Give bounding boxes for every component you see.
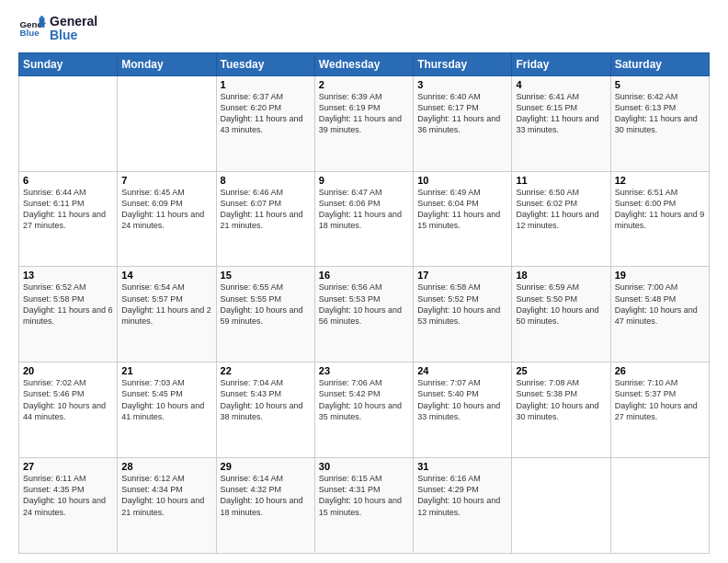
day-info: Sunrise: 7:02 AM Sunset: 5:46 PM Dayligh…	[23, 377, 113, 422]
calendar-week-row: 6Sunrise: 6:44 AM Sunset: 6:11 PM Daylig…	[19, 171, 710, 267]
day-number: 26	[615, 365, 705, 376]
svg-text:Blue: Blue	[20, 28, 40, 38]
day-info: Sunrise: 7:07 AM Sunset: 5:40 PM Dayligh…	[417, 377, 507, 422]
calendar-day-5: 5Sunrise: 6:42 AM Sunset: 6:13 PM Daylig…	[610, 75, 709, 171]
calendar-day-19: 19Sunrise: 7:00 AM Sunset: 5:48 PM Dayli…	[610, 267, 709, 362]
calendar-day-6: 6Sunrise: 6:44 AM Sunset: 6:11 PM Daylig…	[19, 171, 118, 267]
day-info: Sunrise: 6:41 AM Sunset: 6:15 PM Dayligh…	[516, 91, 606, 136]
day-info: Sunrise: 6:56 AM Sunset: 5:53 PM Dayligh…	[319, 282, 409, 327]
day-info: Sunrise: 7:10 AM Sunset: 5:37 PM Dayligh…	[615, 377, 705, 422]
day-info: Sunrise: 6:59 AM Sunset: 5:50 PM Dayligh…	[516, 282, 606, 327]
calendar-day-22: 22Sunrise: 7:04 AM Sunset: 5:43 PM Dayli…	[216, 362, 314, 458]
calendar-day-8: 8Sunrise: 6:46 AM Sunset: 6:07 PM Daylig…	[216, 171, 314, 267]
calendar-day-25: 25Sunrise: 7:08 AM Sunset: 5:38 PM Dayli…	[512, 362, 610, 458]
day-info: Sunrise: 7:00 AM Sunset: 5:48 PM Dayligh…	[615, 282, 705, 327]
day-number: 1	[221, 79, 311, 90]
calendar-empty-cell	[118, 75, 216, 171]
day-number: 13	[23, 270, 113, 281]
day-number: 18	[516, 270, 606, 281]
day-info: Sunrise: 6:14 AM Sunset: 4:32 PM Dayligh…	[221, 473, 311, 518]
calendar-day-27: 27Sunrise: 6:11 AM Sunset: 4:35 PM Dayli…	[19, 458, 118, 554]
day-info: Sunrise: 6:45 AM Sunset: 6:09 PM Dayligh…	[121, 187, 211, 232]
day-info: Sunrise: 6:44 AM Sunset: 6:11 PM Dayligh…	[23, 187, 113, 232]
day-info: Sunrise: 6:49 AM Sunset: 6:04 PM Dayligh…	[417, 187, 507, 232]
logo-general: General	[50, 15, 97, 29]
day-header-monday: Monday	[118, 52, 216, 75]
day-info: Sunrise: 6:54 AM Sunset: 5:57 PM Dayligh…	[121, 282, 211, 327]
calendar-day-12: 12Sunrise: 6:51 AM Sunset: 6:00 PM Dayli…	[610, 171, 709, 267]
calendar-empty-cell	[512, 458, 610, 554]
calendar-empty-cell	[19, 75, 118, 171]
day-number: 14	[121, 270, 211, 281]
day-number: 15	[221, 270, 311, 281]
day-number: 2	[319, 79, 409, 90]
day-number: 25	[516, 365, 606, 376]
day-number: 16	[319, 270, 409, 281]
day-info: Sunrise: 6:40 AM Sunset: 6:17 PM Dayligh…	[417, 91, 507, 136]
calendar-table: SundayMondayTuesdayWednesdayThursdayFrid…	[18, 52, 710, 554]
calendar-day-13: 13Sunrise: 6:52 AM Sunset: 5:58 PM Dayli…	[19, 267, 118, 362]
calendar-day-1: 1Sunrise: 6:37 AM Sunset: 6:20 PM Daylig…	[216, 75, 314, 171]
header: General Blue General Blue	[18, 15, 710, 43]
calendar-week-row: 1Sunrise: 6:37 AM Sunset: 6:20 PM Daylig…	[19, 75, 710, 171]
logo: General Blue General Blue	[18, 15, 97, 43]
day-number: 30	[319, 461, 409, 472]
calendar-week-row: 27Sunrise: 6:11 AM Sunset: 4:35 PM Dayli…	[19, 458, 710, 554]
day-number: 4	[516, 79, 606, 90]
calendar-day-16: 16Sunrise: 6:56 AM Sunset: 5:53 PM Dayli…	[314, 267, 413, 362]
day-number: 6	[23, 175, 113, 186]
calendar-day-2: 2Sunrise: 6:39 AM Sunset: 6:19 PM Daylig…	[314, 75, 413, 171]
day-number: 12	[615, 175, 705, 186]
calendar-week-row: 20Sunrise: 7:02 AM Sunset: 5:46 PM Dayli…	[19, 362, 710, 458]
day-info: Sunrise: 6:52 AM Sunset: 5:58 PM Dayligh…	[23, 282, 113, 327]
day-number: 10	[417, 175, 507, 186]
calendar-day-9: 9Sunrise: 6:47 AM Sunset: 6:06 PM Daylig…	[314, 171, 413, 267]
day-number: 20	[23, 365, 113, 376]
calendar-day-28: 28Sunrise: 6:12 AM Sunset: 4:34 PM Dayli…	[118, 458, 216, 554]
day-info: Sunrise: 6:37 AM Sunset: 6:20 PM Dayligh…	[221, 91, 311, 136]
calendar-day-3: 3Sunrise: 6:40 AM Sunset: 6:17 PM Daylig…	[414, 75, 512, 171]
calendar-day-11: 11Sunrise: 6:50 AM Sunset: 6:02 PM Dayli…	[512, 171, 610, 267]
day-header-tuesday: Tuesday	[216, 52, 314, 75]
day-header-friday: Friday	[512, 52, 610, 75]
day-info: Sunrise: 6:39 AM Sunset: 6:19 PM Dayligh…	[319, 91, 409, 136]
day-number: 3	[417, 79, 507, 90]
day-info: Sunrise: 7:06 AM Sunset: 5:42 PM Dayligh…	[319, 377, 409, 422]
calendar-day-31: 31Sunrise: 6:16 AM Sunset: 4:29 PM Dayli…	[414, 458, 512, 554]
day-header-saturday: Saturday	[610, 52, 709, 75]
day-info: Sunrise: 6:46 AM Sunset: 6:07 PM Dayligh…	[221, 187, 311, 232]
calendar-day-29: 29Sunrise: 6:14 AM Sunset: 4:32 PM Dayli…	[216, 458, 314, 554]
day-info: Sunrise: 6:11 AM Sunset: 4:35 PM Dayligh…	[23, 473, 113, 518]
day-info: Sunrise: 6:12 AM Sunset: 4:34 PM Dayligh…	[121, 473, 211, 518]
calendar-empty-cell	[610, 458, 709, 554]
calendar-day-7: 7Sunrise: 6:45 AM Sunset: 6:09 PM Daylig…	[118, 171, 216, 267]
day-number: 22	[221, 365, 311, 376]
day-info: Sunrise: 7:03 AM Sunset: 5:45 PM Dayligh…	[121, 377, 211, 422]
day-header-wednesday: Wednesday	[314, 52, 413, 75]
calendar-day-18: 18Sunrise: 6:59 AM Sunset: 5:50 PM Dayli…	[512, 267, 610, 362]
day-info: Sunrise: 6:58 AM Sunset: 5:52 PM Dayligh…	[417, 282, 507, 327]
day-number: 29	[221, 461, 311, 472]
day-number: 7	[121, 175, 211, 186]
day-header-sunday: Sunday	[19, 52, 118, 75]
calendar-day-21: 21Sunrise: 7:03 AM Sunset: 5:45 PM Dayli…	[118, 362, 216, 458]
day-number: 31	[417, 461, 507, 472]
day-info: Sunrise: 7:08 AM Sunset: 5:38 PM Dayligh…	[516, 377, 606, 422]
day-number: 9	[319, 175, 409, 186]
day-header-thursday: Thursday	[414, 52, 512, 75]
day-info: Sunrise: 6:50 AM Sunset: 6:02 PM Dayligh…	[516, 187, 606, 232]
calendar-day-24: 24Sunrise: 7:07 AM Sunset: 5:40 PM Dayli…	[414, 362, 512, 458]
day-number: 23	[319, 365, 409, 376]
svg-marker-2	[40, 18, 45, 28]
day-info: Sunrise: 6:16 AM Sunset: 4:29 PM Dayligh…	[417, 473, 507, 518]
calendar-week-row: 13Sunrise: 6:52 AM Sunset: 5:58 PM Dayli…	[19, 267, 710, 362]
day-number: 27	[23, 461, 113, 472]
calendar-day-17: 17Sunrise: 6:58 AM Sunset: 5:52 PM Dayli…	[414, 267, 512, 362]
calendar-day-30: 30Sunrise: 6:15 AM Sunset: 4:31 PM Dayli…	[314, 458, 413, 554]
calendar-day-10: 10Sunrise: 6:49 AM Sunset: 6:04 PM Dayli…	[414, 171, 512, 267]
calendar-day-15: 15Sunrise: 6:55 AM Sunset: 5:55 PM Dayli…	[216, 267, 314, 362]
day-info: Sunrise: 6:47 AM Sunset: 6:06 PM Dayligh…	[319, 187, 409, 232]
day-number: 5	[615, 79, 705, 90]
calendar-header-row: SundayMondayTuesdayWednesdayThursdayFrid…	[19, 52, 710, 75]
day-number: 19	[615, 270, 705, 281]
